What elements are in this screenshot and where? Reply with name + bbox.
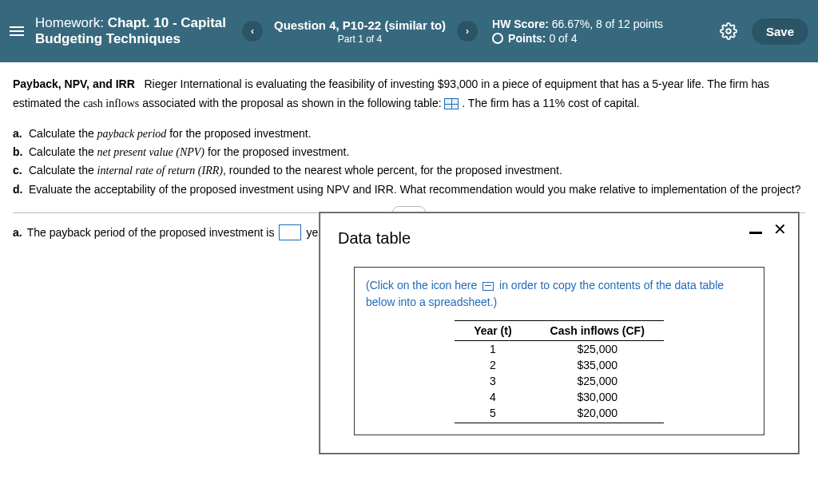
- header-actions: Save: [720, 18, 808, 45]
- homework-title-line2: Budgeting Techniques: [35, 31, 226, 47]
- question-indicator: Question 4, P10-22 (similar to) Part 1 o…: [274, 18, 446, 45]
- close-icon[interactable]: ✕: [773, 221, 787, 237]
- points-value: 0 of 4: [549, 32, 577, 45]
- answer-label-a: a.: [13, 226, 22, 239]
- question-b: b. Calculate the net present value (NPV)…: [13, 143, 805, 161]
- hw-score-value: 66.67%, 8 of 12 points: [552, 18, 663, 30]
- svg-point-0: [726, 29, 731, 34]
- popup-title: Data table: [338, 229, 780, 240]
- gear-icon[interactable]: [720, 22, 737, 40]
- menu-icon[interactable]: [10, 26, 24, 36]
- answer-pre-text: The payback period of the proposed inves…: [27, 226, 275, 239]
- question-list: a. Calculate the payback period for the …: [13, 125, 805, 199]
- question-d: d. Evaluate the acceptability of the pro…: [13, 181, 805, 198]
- question-c: c. Calculate the internal rate of return…: [13, 161, 805, 180]
- prev-question-button[interactable]: ‹: [242, 21, 263, 42]
- problem-intro-2: associated with the proposal as shown in…: [139, 97, 444, 109]
- question-a: a. Calculate the payback period for the …: [13, 125, 805, 143]
- data-table-icon[interactable]: [444, 98, 459, 109]
- points-circle-icon: [492, 33, 503, 44]
- assignment-title-block: Homework: Chapt. 10 - Capital Budgeting …: [35, 15, 226, 47]
- homework-label: Homework:: [35, 15, 108, 30]
- part-label: Part 1 of 4: [274, 34, 446, 45]
- problem-intro-3: . The firm has a 11% cost of capital.: [459, 97, 639, 109]
- problem-statement: Payback, NPV, and IRR Rieger Internation…: [13, 75, 805, 113]
- cash-inflows-term: cash inflows: [83, 97, 139, 109]
- data-table-popup: ✕ Data table (Click on the icon here in …: [320, 212, 799, 240]
- homework-title-line1: Chapt. 10 - Capital: [108, 15, 226, 30]
- minimize-icon[interactable]: [749, 232, 762, 234]
- app-header: Homework: Chapt. 10 - Capital Budgeting …: [0, 0, 818, 62]
- payback-period-input[interactable]: [279, 224, 301, 240]
- hw-score-label: HW Score:: [492, 18, 552, 30]
- next-question-button[interactable]: ›: [457, 21, 478, 42]
- problem-topic: Payback, NPV, and IRR: [13, 77, 135, 90]
- question-label: Question 4, P10-22 (similar to): [274, 18, 446, 32]
- save-button[interactable]: Save: [752, 18, 808, 45]
- points-label: Points:: [508, 32, 549, 45]
- score-block: HW Score: 66.67%, 8 of 12 points Points:…: [492, 18, 720, 45]
- popup-controls: ✕: [749, 221, 787, 237]
